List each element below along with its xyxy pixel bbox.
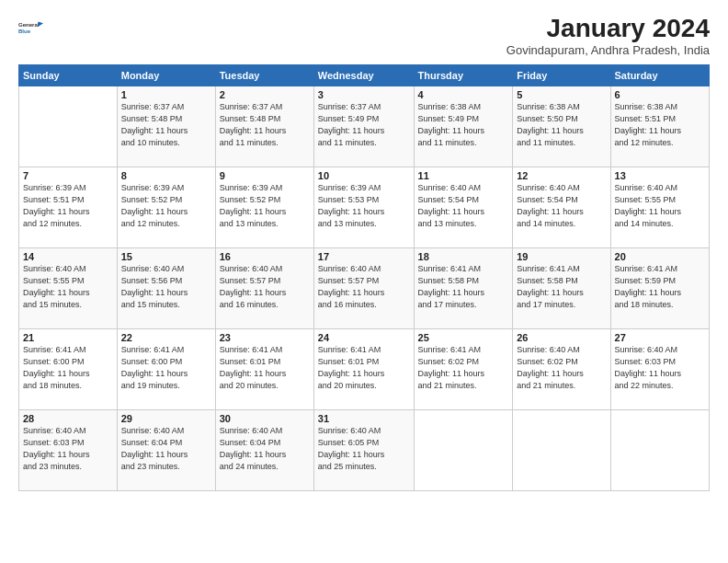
calendar-table: SundayMondayTuesdayWednesdayThursdayFrid… [18, 64, 710, 491]
calendar-day-28: 28Sunrise: 6:40 AM Sunset: 6:03 PM Dayli… [19, 409, 118, 490]
day-number: 19 [517, 251, 606, 262]
calendar-day-8: 8Sunrise: 6:39 AM Sunset: 5:52 PM Daylig… [117, 167, 215, 247]
day-info: Sunrise: 6:37 AM Sunset: 5:49 PM Dayligh… [318, 101, 410, 149]
day-number: 30 [220, 413, 310, 424]
day-number: 12 [517, 170, 606, 181]
calendar-day-9: 9Sunrise: 6:39 AM Sunset: 5:52 PM Daylig… [215, 167, 313, 247]
day-number: 20 [615, 251, 705, 262]
calendar-header-thursday: Thursday [414, 64, 513, 86]
location: Govindapuram, Andhra Pradesh, India [506, 43, 710, 57]
calendar-week-2: 7Sunrise: 6:39 AM Sunset: 5:51 PM Daylig… [19, 167, 710, 247]
day-info: Sunrise: 6:40 AM Sunset: 5:55 PM Dayligh… [615, 182, 705, 230]
calendar-day-12: 12Sunrise: 6:40 AM Sunset: 5:54 PM Dayli… [513, 167, 610, 247]
day-number: 2 [220, 89, 310, 100]
calendar-day-27: 27Sunrise: 6:40 AM Sunset: 6:03 PM Dayli… [610, 328, 709, 409]
day-number: 14 [23, 251, 113, 262]
day-info: Sunrise: 6:40 AM Sunset: 5:56 PM Dayligh… [121, 263, 211, 311]
calendar-day-31: 31Sunrise: 6:40 AM Sunset: 6:05 PM Dayli… [313, 409, 414, 490]
calendar-empty [513, 409, 610, 490]
calendar-header-wednesday: Wednesday [313, 64, 414, 86]
day-number: 28 [23, 413, 113, 424]
day-info: Sunrise: 6:40 AM Sunset: 5:54 PM Dayligh… [418, 182, 509, 230]
page: GeneralBlue January 2024 Govindapuram, A… [0, 0, 728, 563]
day-info: Sunrise: 6:41 AM Sunset: 6:01 PM Dayligh… [220, 344, 310, 392]
day-number: 17 [318, 251, 410, 262]
day-info: Sunrise: 6:40 AM Sunset: 6:03 PM Dayligh… [23, 425, 113, 473]
calendar-day-30: 30Sunrise: 6:40 AM Sunset: 6:04 PM Dayli… [215, 409, 313, 490]
day-info: Sunrise: 6:39 AM Sunset: 5:53 PM Dayligh… [318, 182, 410, 230]
calendar-day-1: 1Sunrise: 6:37 AM Sunset: 5:48 PM Daylig… [117, 86, 215, 167]
day-number: 11 [418, 170, 509, 181]
calendar-day-11: 11Sunrise: 6:40 AM Sunset: 5:54 PM Dayli… [414, 167, 513, 247]
logo-icon: GeneralBlue [18, 15, 44, 40]
day-number: 6 [615, 89, 705, 100]
calendar-day-10: 10Sunrise: 6:39 AM Sunset: 5:53 PM Dayli… [313, 167, 414, 247]
calendar-day-20: 20Sunrise: 6:41 AM Sunset: 5:59 PM Dayli… [610, 247, 709, 328]
day-info: Sunrise: 6:41 AM Sunset: 6:02 PM Dayligh… [418, 344, 509, 392]
calendar-day-7: 7Sunrise: 6:39 AM Sunset: 5:51 PM Daylig… [19, 167, 118, 247]
svg-marker-2 [38, 21, 43, 27]
day-number: 4 [418, 89, 509, 100]
calendar-day-24: 24Sunrise: 6:41 AM Sunset: 6:01 PM Dayli… [313, 328, 414, 409]
day-info: Sunrise: 6:41 AM Sunset: 6:00 PM Dayligh… [23, 344, 113, 392]
day-info: Sunrise: 6:38 AM Sunset: 5:51 PM Dayligh… [615, 101, 705, 149]
day-info: Sunrise: 6:41 AM Sunset: 6:01 PM Dayligh… [318, 344, 410, 392]
day-number: 27 [615, 332, 705, 343]
day-number: 8 [121, 170, 211, 181]
calendar-day-19: 19Sunrise: 6:41 AM Sunset: 5:58 PM Dayli… [513, 247, 610, 328]
calendar-header-friday: Friday [513, 64, 610, 86]
calendar-day-22: 22Sunrise: 6:41 AM Sunset: 6:00 PM Dayli… [117, 328, 215, 409]
svg-text:General: General [18, 22, 40, 28]
calendar-day-5: 5Sunrise: 6:38 AM Sunset: 5:50 PM Daylig… [513, 86, 610, 167]
calendar-day-3: 3Sunrise: 6:37 AM Sunset: 5:49 PM Daylig… [313, 86, 414, 167]
day-number: 23 [220, 332, 310, 343]
day-info: Sunrise: 6:37 AM Sunset: 5:48 PM Dayligh… [220, 101, 310, 149]
day-number: 7 [23, 170, 113, 181]
calendar-day-17: 17Sunrise: 6:40 AM Sunset: 5:57 PM Dayli… [313, 247, 414, 328]
day-info: Sunrise: 6:40 AM Sunset: 6:05 PM Dayligh… [318, 425, 410, 473]
calendar-header-sunday: Sunday [19, 64, 118, 86]
day-info: Sunrise: 6:38 AM Sunset: 5:50 PM Dayligh… [517, 101, 606, 149]
day-info: Sunrise: 6:41 AM Sunset: 5:58 PM Dayligh… [418, 263, 509, 311]
day-number: 13 [615, 170, 705, 181]
svg-text:Blue: Blue [18, 29, 31, 34]
calendar-day-26: 26Sunrise: 6:40 AM Sunset: 6:02 PM Dayli… [513, 328, 610, 409]
day-number: 10 [318, 170, 410, 181]
day-number: 22 [121, 332, 211, 343]
day-info: Sunrise: 6:40 AM Sunset: 6:04 PM Dayligh… [121, 425, 211, 473]
calendar-day-18: 18Sunrise: 6:41 AM Sunset: 5:58 PM Dayli… [414, 247, 513, 328]
day-info: Sunrise: 6:40 AM Sunset: 5:55 PM Dayligh… [23, 263, 113, 311]
calendar-day-16: 16Sunrise: 6:40 AM Sunset: 5:57 PM Dayli… [215, 247, 313, 328]
day-info: Sunrise: 6:39 AM Sunset: 5:52 PM Dayligh… [220, 182, 310, 230]
calendar-header-saturday: Saturday [610, 64, 709, 86]
day-number: 25 [418, 332, 509, 343]
calendar-week-1: 1Sunrise: 6:37 AM Sunset: 5:48 PM Daylig… [19, 86, 710, 167]
day-number: 21 [23, 332, 113, 343]
day-number: 31 [318, 413, 410, 424]
day-number: 29 [121, 413, 211, 424]
day-number: 15 [121, 251, 211, 262]
calendar-week-3: 14Sunrise: 6:40 AM Sunset: 5:55 PM Dayli… [19, 247, 710, 328]
calendar-day-6: 6Sunrise: 6:38 AM Sunset: 5:51 PM Daylig… [610, 86, 709, 167]
day-info: Sunrise: 6:41 AM Sunset: 6:00 PM Dayligh… [121, 344, 211, 392]
month-title: January 2024 [506, 15, 710, 43]
day-info: Sunrise: 6:41 AM Sunset: 5:59 PM Dayligh… [615, 263, 705, 311]
day-info: Sunrise: 6:39 AM Sunset: 5:51 PM Dayligh… [23, 182, 113, 230]
day-info: Sunrise: 6:40 AM Sunset: 5:57 PM Dayligh… [220, 263, 310, 311]
day-number: 9 [220, 170, 310, 181]
calendar-empty [414, 409, 513, 490]
day-info: Sunrise: 6:38 AM Sunset: 5:49 PM Dayligh… [418, 101, 509, 149]
calendar-day-21: 21Sunrise: 6:41 AM Sunset: 6:00 PM Dayli… [19, 328, 118, 409]
day-info: Sunrise: 6:40 AM Sunset: 5:57 PM Dayligh… [318, 263, 410, 311]
header: GeneralBlue January 2024 Govindapuram, A… [18, 15, 710, 57]
calendar-day-25: 25Sunrise: 6:41 AM Sunset: 6:02 PM Dayli… [414, 328, 513, 409]
calendar-header-tuesday: Tuesday [215, 64, 313, 86]
calendar-week-5: 28Sunrise: 6:40 AM Sunset: 6:03 PM Dayli… [19, 409, 710, 490]
calendar-day-13: 13Sunrise: 6:40 AM Sunset: 5:55 PM Dayli… [610, 167, 709, 247]
day-number: 3 [318, 89, 410, 100]
day-info: Sunrise: 6:40 AM Sunset: 6:04 PM Dayligh… [220, 425, 310, 473]
day-number: 16 [220, 251, 310, 262]
calendar-day-14: 14Sunrise: 6:40 AM Sunset: 5:55 PM Dayli… [19, 247, 118, 328]
day-info: Sunrise: 6:37 AM Sunset: 5:48 PM Dayligh… [121, 101, 211, 149]
day-number: 18 [418, 251, 509, 262]
